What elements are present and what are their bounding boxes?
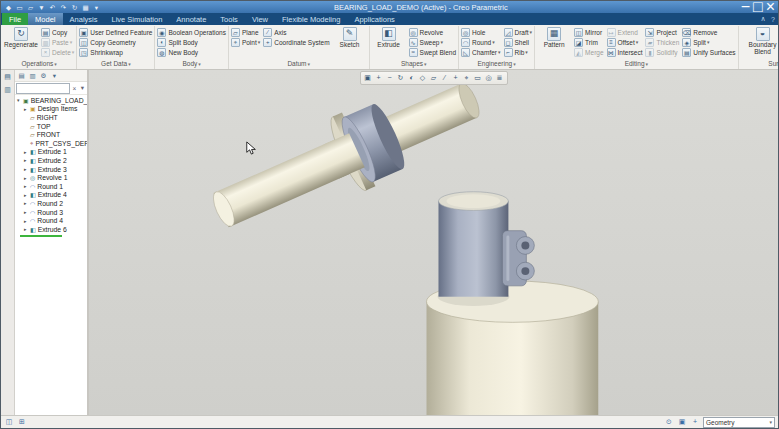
zoom-out-icon[interactable]: − bbox=[385, 73, 395, 83]
solidify-button[interactable]: ▮Solidify bbox=[645, 47, 679, 57]
intersect-button[interactable]: ⋈Intersect bbox=[607, 47, 643, 57]
tree-item-round-1[interactable]: ▸◠Round 1 bbox=[15, 182, 87, 191]
3d-model-viewport[interactable] bbox=[89, 70, 778, 415]
plane-display-icon[interactable]: ▱ bbox=[429, 73, 439, 83]
collapse-ribbon-icon[interactable]: ∧ bbox=[758, 13, 768, 25]
tree-item-extrude-1[interactable]: ▸◧Extrude 1 bbox=[15, 148, 87, 157]
tree-collapse-icon[interactable]: ▾ bbox=[50, 71, 59, 80]
round-button[interactable]: ◠Round ▾ bbox=[461, 37, 500, 47]
search-clear-icon[interactable]: × bbox=[71, 85, 78, 92]
sketch-button[interactable]: ✎ Sketch bbox=[333, 27, 367, 49]
refit-icon[interactable]: ▣ bbox=[363, 73, 373, 83]
tree-item-front[interactable]: ▱FRONT bbox=[15, 130, 87, 139]
tree-search-input[interactable] bbox=[16, 83, 70, 94]
display-style-icon[interactable]: ◐ bbox=[407, 73, 417, 83]
sweep-button[interactable]: ∿Sweep ▾ bbox=[409, 37, 457, 47]
tree-item-extrude-4[interactable]: ▸◧Extrude 4 bbox=[15, 191, 87, 200]
csys-display-icon[interactable]: ⌖ bbox=[462, 73, 472, 83]
tab-annotate[interactable]: Annotate bbox=[169, 13, 213, 25]
project-button[interactable]: ⇲Project bbox=[645, 27, 679, 37]
shell-button[interactable]: ◻Shell bbox=[504, 37, 533, 47]
body-group-menu[interactable]: Body▾ bbox=[157, 60, 225, 69]
merge-button[interactable]: ◭Merge bbox=[574, 47, 603, 57]
regenerate-button[interactable]: ↻ Regenerate bbox=[4, 27, 38, 49]
tree-display-icon[interactable]: ▤ bbox=[17, 71, 26, 80]
select-sets-icon[interactable]: ▣ bbox=[677, 417, 687, 427]
tree-item-round-3[interactable]: ▸◠Round 3 bbox=[15, 208, 87, 217]
remove-button[interactable]: ⌫Remove bbox=[682, 27, 735, 37]
tree-item-right[interactable]: ▱RIGHT bbox=[15, 113, 87, 122]
extrude-button[interactable]: ◧ Extrude bbox=[372, 27, 406, 49]
trim-button[interactable]: ◪Trim bbox=[574, 37, 603, 47]
find-icon[interactable]: ⊙ bbox=[664, 417, 674, 427]
app-icon[interactable]: ◆ bbox=[4, 3, 13, 12]
search-dropdown-icon[interactable]: ▾ bbox=[79, 84, 86, 92]
tab-analysis[interactable]: Analysis bbox=[63, 13, 105, 25]
plane-button[interactable]: ▱Plane bbox=[231, 27, 260, 37]
redo-icon[interactable]: ↷ bbox=[59, 3, 68, 12]
selection-filter-dropdown[interactable]: Geometry ▾ bbox=[703, 417, 775, 428]
copy-button[interactable]: ▤Copy bbox=[41, 27, 74, 37]
perspective-icon[interactable]: ◇ bbox=[418, 73, 428, 83]
tree-filters-icon[interactable]: ▥ bbox=[28, 71, 37, 80]
pattern-button[interactable]: ▦ Pattern bbox=[537, 27, 571, 49]
hole-button[interactable]: ◎Hole bbox=[461, 27, 500, 37]
unify-surfaces-button[interactable]: ▤Unify Surfaces bbox=[682, 47, 735, 57]
axis-display-icon[interactable]: ⁄ bbox=[440, 73, 450, 83]
rib-button[interactable]: ⌐Rib ▾ bbox=[504, 47, 533, 57]
tree-item-top[interactable]: ▱TOP bbox=[15, 122, 87, 131]
windows-icon[interactable]: ▦ bbox=[81, 3, 90, 12]
tree-item-extrude-6[interactable]: ▸◧Extrude 6 bbox=[15, 225, 87, 234]
thicken-button[interactable]: ▰Thicken bbox=[645, 37, 679, 47]
user-defined-feature-button[interactable]: ▣User Defined Feature bbox=[79, 27, 152, 37]
navigator-toggle-icon[interactable]: ◫ bbox=[4, 417, 14, 427]
split-button[interactable]: ◈Split ▾ bbox=[682, 37, 735, 47]
axis-button[interactable]: ⁄Axis bbox=[263, 27, 329, 37]
browser-toggle-icon[interactable]: ⊞ bbox=[17, 417, 27, 427]
tab-live-simulation[interactable]: Live Simulation bbox=[104, 13, 169, 25]
tab-view[interactable]: View bbox=[245, 13, 275, 25]
split-body-button[interactable]: ◐Split Body bbox=[157, 37, 225, 47]
model-tree-tab-icon[interactable]: ▤ bbox=[3, 72, 13, 82]
point-display-icon[interactable]: + bbox=[451, 73, 461, 83]
chamfer-button[interactable]: ◺Chamfer ▾ bbox=[461, 47, 500, 57]
tree-item-prt-csys-def[interactable]: ⌖PRT_CSYS_DEF bbox=[15, 139, 87, 148]
shrinkwrap-button[interactable]: ◳Shrinkwrap bbox=[79, 47, 152, 57]
boundary-blend-button[interactable]: ◒ Boundary Blend bbox=[741, 27, 778, 56]
spin-center-icon[interactable]: ◎ bbox=[484, 73, 494, 83]
tree-root[interactable]: ▾▣BEARING_LOAD_DEMO.PRT bbox=[15, 96, 87, 105]
zoom-in-icon[interactable]: + bbox=[374, 73, 384, 83]
mirror-button[interactable]: ◫Mirror bbox=[574, 27, 603, 37]
tab-flexible-modeling[interactable]: Flexible Modeling bbox=[275, 13, 347, 25]
view-manager-icon[interactable]: ≣ bbox=[495, 73, 505, 83]
surfaces-group-menu[interactable]: Surfaces▾ bbox=[741, 60, 778, 69]
editing-group-menu[interactable]: Editing▾ bbox=[537, 60, 735, 69]
graphics-area[interactable]: ▣ + − ↻ ◐ ◇ ▱ ⁄ + ⌖ ▭ ◎ ≣ bbox=[89, 70, 778, 415]
boss-cylinder[interactable] bbox=[437, 192, 509, 306]
tree-item-round-2[interactable]: ▸◠Round 2 bbox=[15, 199, 87, 208]
clamp-lug-feature[interactable] bbox=[502, 231, 534, 286]
offset-button[interactable]: ≡Offset ▾ bbox=[607, 37, 643, 47]
tree-item-round-4[interactable]: ▸◠Round 4 bbox=[15, 216, 87, 225]
new-icon[interactable]: ▭ bbox=[15, 3, 24, 12]
tree-insert-locator[interactable] bbox=[20, 235, 62, 237]
folder-browser-tab-icon[interactable]: ▥ bbox=[3, 85, 13, 95]
regenerate-icon[interactable]: ↻ bbox=[70, 3, 79, 12]
tree-item-revolve-1[interactable]: ▸◎Revolve 1 bbox=[15, 173, 87, 182]
swept-blend-button[interactable]: ≈Swept Blend bbox=[409, 47, 457, 57]
tab-tools[interactable]: Tools bbox=[213, 13, 245, 25]
tree-item-extrude-2[interactable]: ▸◧Extrude 2 bbox=[15, 156, 87, 165]
tab-applications[interactable]: Applications bbox=[347, 13, 401, 25]
new-body-button[interactable]: ◍New Body bbox=[157, 47, 225, 57]
extend-button[interactable]: ↦Extend bbox=[607, 27, 643, 37]
point-button[interactable]: ⌖Point ▾ bbox=[231, 37, 260, 47]
tab-model[interactable]: Model bbox=[28, 13, 62, 25]
annotation-display-icon[interactable]: ▭ bbox=[473, 73, 483, 83]
tree-settings-icon[interactable]: ⚙ bbox=[39, 71, 48, 80]
paste-button[interactable]: ▥Paste ▾ bbox=[41, 37, 74, 47]
quick-access-more-icon[interactable]: ▾ bbox=[92, 3, 101, 12]
repaint-icon[interactable]: ↻ bbox=[396, 73, 406, 83]
boolean-operations-button[interactable]: ◉Boolean Operations bbox=[157, 27, 225, 37]
open-icon[interactable]: ▱ bbox=[26, 3, 35, 12]
engineering-group-menu[interactable]: Engineering▾ bbox=[461, 60, 532, 69]
